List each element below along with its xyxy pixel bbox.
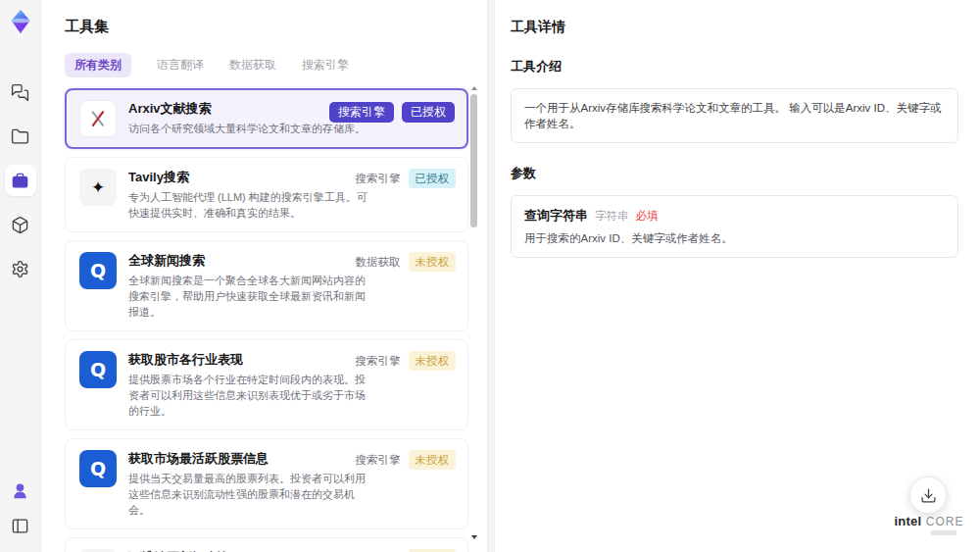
parameter-card: 查询字符串 字符串 必填 用于搜索的Arxiv ID、关键字或作者姓名。 [511,195,958,258]
sidebar-nav [5,76,36,284]
tool-icon: ✦ [79,169,117,206]
tool-name: Tavily搜索 [128,169,373,186]
q-logo-icon: Q [90,361,106,379]
tool-category-tag: 搜索引擎 [329,102,394,123]
tool-card[interactable]: Arxiv文献搜索 访问各个研究领域大量科学论文和文章的存储库。 搜索引擎 已授… [65,88,468,149]
tool-card[interactable]: 万维地区新闻查询 查询具体行政区划内的新闻，快速了解各地新闻动态 搜索引擎 未授… [65,537,468,552]
sidebar-bottom [8,477,33,538]
tool-card[interactable]: Q 获取市场最活跃股票信息 提供当天交易量最高的股票列表。投资者可以利用这些信息… [65,438,468,529]
parameter-header: 查询字符串 字符串 必填 [524,207,945,225]
q-logo-icon: Q [90,262,106,280]
tool-card-body: 获取股市各行业表现 提供股票市场各个行业在特定时间段内的表现。投资者可以利用这些… [128,351,373,419]
parameter-type: 字符串 [595,209,629,224]
tab-3[interactable]: 数据获取 [229,53,276,77]
scroll-down-arrow[interactable] [471,535,477,539]
tool-icon: Q [79,450,117,487]
params-heading: 参数 [511,165,958,182]
intel-logo-subline [931,530,956,535]
panel-toggle-icon[interactable] [8,513,33,538]
tool-description: 访问各个研究领域大量科学论文和文章的存储库。 [128,121,373,136]
sidebar [0,0,41,552]
category-tabs: 所有类别语言翻译数据获取搜索引擎 [65,53,487,76]
app-logo-icon [6,7,35,36]
folder-icon[interactable] [5,121,36,152]
core-brand-text: CORE [926,515,964,528]
tool-card-body: Tavily搜索 专为人工智能代理 (LLM) 构建的搜索引擎工具。可快速提供实… [128,169,373,221]
detail-title: 工具详情 [511,19,958,36]
tool-status-badge: 未授权 [409,450,457,470]
tool-name: 获取股市各行业表现 [128,351,373,369]
tool-card-tags: 搜索引擎 未授权 [356,450,457,470]
tool-icon [79,100,117,137]
intel-brand-text: intel [895,514,922,528]
page-title: 工具集 [65,18,487,36]
tool-card-tags: 数据获取 未授权 [356,252,457,272]
parameter-required-flag: 必填 [636,209,659,224]
tool-category-tag: 数据获取 [356,252,401,272]
scrollbar-thumb[interactable] [470,94,477,227]
intro-heading: 工具介绍 [511,58,958,75]
tool-icon: Q [79,252,117,289]
tool-icon: Q [79,351,117,388]
tool-card[interactable]: Q 获取股市各行业表现 提供股票市场各个行业在特定时间段内的表现。投资者可以利用… [65,339,468,430]
scroll-up-arrow[interactable] [471,86,477,90]
briefcase-icon[interactable] [5,165,36,196]
tool-category-tag: 搜索引擎 [356,351,401,371]
parameter-name: 查询字符串 [524,207,588,225]
tab-4[interactable]: 搜索引擎 [302,53,349,77]
chat-icon[interactable] [5,76,36,108]
panel-divider [487,0,495,552]
tool-card-tags: 搜索引擎 已授权 [356,169,457,188]
tool-description: 提供股票市场各个行业在特定时间段内的表现。投资者可以利用这些信息来识别表现优于或… [128,372,373,419]
sparkle-icon: ✦ [91,179,105,196]
tool-card-body: 获取市场最活跃股票信息 提供当天交易量最高的股票列表。投资者可以利用这些信息来识… [128,450,373,518]
tool-list: Arxiv文献搜索 访问各个研究领域大量科学论文和文章的存储库。 搜索引擎 已授… [65,88,468,552]
intel-core-logo: intel CORE [890,514,968,535]
tool-name: 获取市场最活跃股票信息 [128,450,373,468]
settings-icon[interactable] [5,253,36,284]
tool-status-badge: 未授权 [409,252,457,272]
q-logo-icon: Q [90,460,106,478]
parameter-description: 用于搜索的Arxiv ID、关键字或作者姓名。 [524,230,945,246]
tool-card[interactable]: Q 全球新闻搜索 全球新闻搜索是一个聚合全球各大新闻网站内容的搜索引擎，帮助用户… [65,240,468,331]
tool-status-badge: 已授权 [402,102,455,123]
tab-2[interactable]: 语言翻译 [157,53,204,77]
tab-1[interactable]: 所有类别 [65,53,131,77]
tool-category-tag: 搜索引擎 [356,169,401,188]
tool-description: 全球新闻搜索是一个聚合全球各大新闻网站内容的搜索引擎，帮助用户快速获取全球最新资… [128,273,373,320]
tool-card-body: 全球新闻搜索 全球新闻搜索是一个聚合全球各大新闻网站内容的搜索引擎，帮助用户快速… [128,252,373,320]
tool-card[interactable]: ✦ Tavily搜索 专为人工智能代理 (LLM) 构建的搜索引擎工具。可快速提… [65,157,468,232]
app-window: 工具集 所有类别语言翻译数据获取搜索引擎 Arxiv文献搜索 访问各个研究领域大… [0,0,980,552]
tool-status-badge: 未授权 [409,351,457,371]
tool-card-tags: 搜索引擎 已授权 [329,102,455,123]
tool-category-tag: 搜索引擎 [356,450,401,470]
tool-name: 全球新闻搜索 [128,252,373,270]
user-avatar-icon[interactable] [8,477,33,503]
tool-status-badge: 已授权 [409,169,457,188]
tool-card-tags: 搜索引擎 未授权 [356,351,457,371]
tool-description: 提供当天交易量最高的股票列表。投资者可以利用这些信息来识别流动性强的股票和潜在的… [128,471,373,518]
tools-panel: 工具集 所有类别语言翻译数据获取搜索引擎 Arxiv文献搜索 访问各个研究领域大… [41,0,487,552]
download-icon [920,487,937,504]
arxiv-icon [87,108,109,129]
tool-intro-text: 一个用于从Arxiv存储库搜索科学论文和文章的工具。 输入可以是Arxiv ID… [511,88,958,143]
tool-detail-panel: 工具详情 工具介绍 一个用于从Arxiv存储库搜索科学论文和文章的工具。 输入可… [495,0,980,552]
tool-description: 专为人工智能代理 (LLM) 构建的搜索引擎工具。可快速提供实时、准确和真实的结… [128,189,373,221]
list-scrollbar[interactable] [470,86,478,539]
package-icon[interactable] [5,209,36,240]
download-button[interactable] [909,477,947,514]
